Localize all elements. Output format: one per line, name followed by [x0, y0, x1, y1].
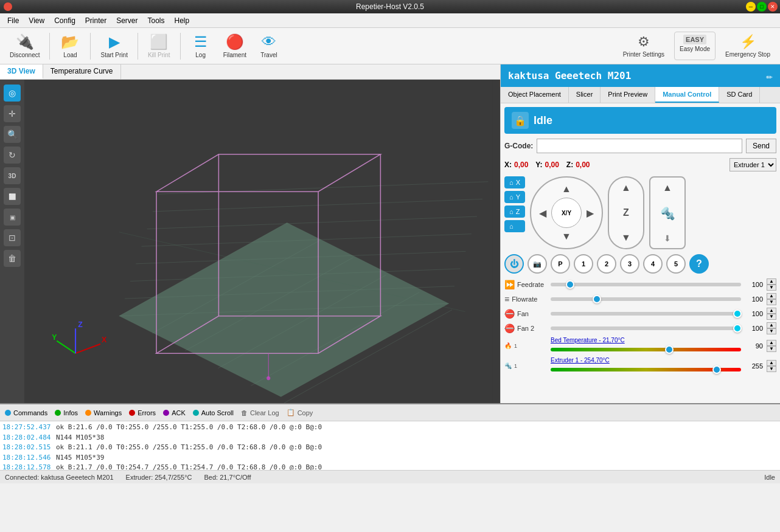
extruder-temp-label[interactable]: Extruder 1 - 254,70°C	[551, 357, 636, 364]
filter-warnings[interactable]: Warnings	[85, 409, 122, 416]
clear-log-icon: 🗑	[241, 409, 248, 416]
bed-temp-down[interactable]: ▼	[767, 346, 776, 352]
flowrate-up[interactable]: ▲	[767, 293, 776, 299]
printer-name: kaktusa Geeetech M201	[508, 70, 631, 81]
xy-right-button[interactable]: ▶	[581, 204, 599, 222]
z-jog-pad[interactable]: ▲ Z ▼	[608, 176, 644, 249]
filter-ack[interactable]: ACK	[163, 409, 186, 416]
camera-button[interactable]: 📷	[528, 254, 547, 274]
edit-printer-icon[interactable]: ✏	[766, 69, 773, 82]
z-up-button[interactable]: ▲	[621, 182, 631, 193]
menu-view[interactable]: View	[24, 15, 49, 26]
extruder-temp-down[interactable]: ▼	[767, 366, 776, 372]
bed-temp-spinner[interactable]: ▲ ▼	[767, 340, 776, 352]
maximize-button[interactable]: □	[757, 2, 767, 12]
home-z-button[interactable]: ⌂ Z	[504, 206, 525, 218]
log-label: Log	[195, 52, 206, 58]
extruder-select[interactable]: Extruder 1 Extruder 2	[730, 158, 776, 171]
fan-spinner[interactable]: ▲ ▼	[767, 308, 776, 320]
feedrate-up[interactable]: ▲	[767, 278, 776, 285]
home-all-button[interactable]: ⌂	[504, 220, 525, 232]
fan2-spinner[interactable]: ▲ ▼	[767, 322, 776, 334]
feedrate-down[interactable]: ▼	[767, 285, 776, 291]
clear-log-button[interactable]: 🗑 Clear Log	[241, 409, 279, 416]
extruder-temp-up[interactable]: ▲	[767, 360, 776, 366]
filter-commands[interactable]: Commands	[5, 409, 47, 416]
scale-btn[interactable]: ⊡	[4, 229, 21, 246]
load-button[interactable]: 📂 Load	[55, 31, 85, 61]
extruder-up-button[interactable]: ▲	[663, 182, 672, 193]
preset-2-button[interactable]: 2	[597, 254, 616, 274]
menu-file[interactable]: File	[2, 15, 24, 26]
copy-log-button[interactable]: 📋 Copy	[287, 409, 313, 416]
xy-up-button[interactable]: ▲	[557, 180, 576, 198]
view-front-btn[interactable]: ▣	[4, 209, 21, 226]
tab-manual-control[interactable]: Manual Control	[655, 87, 719, 103]
home-y-button[interactable]: ⌂ Y	[504, 191, 525, 203]
log-button[interactable]: ☰ Log	[186, 31, 216, 61]
flowrate-down[interactable]: ▼	[767, 299, 776, 305]
power-button[interactable]: ⏻	[504, 254, 524, 274]
xy-jog-pad[interactable]: ▲ ▼ ◀ ▶ X/Y	[530, 176, 603, 249]
filter-infos[interactable]: Infos	[55, 409, 78, 416]
help-button[interactable]: ?	[689, 254, 709, 274]
tab-temperature-curve[interactable]: Temperature Curve	[43, 64, 121, 79]
flowrate-spinner[interactable]: ▲ ▼	[767, 293, 776, 305]
printer-settings-button[interactable]: ⚙ Printer Settings	[618, 32, 669, 60]
statusbar: Connected: kaktusa Geeetech M201 Extrude…	[0, 470, 780, 483]
menu-config[interactable]: Config	[49, 15, 80, 26]
bed-temp-up[interactable]: ▲	[767, 340, 776, 346]
log-icon: ☰	[194, 33, 207, 50]
xy-down-button[interactable]: ▼	[557, 227, 576, 246]
zoom-tool[interactable]: 🔍	[4, 126, 21, 143]
tab-slicer[interactable]: Slicer	[569, 87, 601, 103]
menu-printer[interactable]: Printer	[80, 15, 111, 26]
fan2-up[interactable]: ▲	[767, 322, 776, 328]
bed-temp-label[interactable]: Bed Temperature - 21,70°C	[551, 337, 636, 344]
filter-autoscroll[interactable]: Auto Scroll	[193, 409, 234, 416]
travel-button[interactable]: 👁 Travel	[254, 31, 284, 61]
feedrate-spinner[interactable]: ▲ ▼	[767, 278, 776, 291]
preset-p-button[interactable]: P	[551, 254, 570, 274]
minimize-button[interactable]: ─	[746, 2, 756, 12]
home-x-button[interactable]: ⌂ X	[504, 176, 525, 188]
send-button[interactable]: Send	[746, 139, 776, 153]
preset-5-button[interactable]: 5	[666, 254, 686, 274]
fan-down[interactable]: ▼	[767, 314, 776, 320]
3d-canvas[interactable]: ◎ ✛ 🔍 ↻ 3D ⬜ ▣ ⊡ 🗑	[0, 80, 500, 403]
filter-errors[interactable]: Errors	[129, 409, 156, 416]
menu-help[interactable]: Help	[170, 15, 195, 26]
view-top-btn[interactable]: ⬜	[4, 188, 21, 205]
right-panel: kaktusa Geeetech M201 ✏ Object Placement…	[500, 64, 780, 403]
tab-sd-card[interactable]: SD Card	[719, 87, 760, 103]
disconnect-button[interactable]: 🔌 Disconnect	[5, 31, 44, 61]
select-tool[interactable]: ◎	[4, 85, 21, 102]
preset-1-button[interactable]: 1	[574, 254, 593, 274]
z-down-button[interactable]: ▼	[621, 232, 631, 243]
tab-3d-view[interactable]: 3D View	[0, 64, 43, 79]
extruder-down-button[interactable]: ⬇	[664, 233, 671, 243]
rotate-tool[interactable]: ↻	[4, 147, 21, 164]
start-print-button[interactable]: ▶ Start Print	[96, 31, 132, 61]
fan-up[interactable]: ▲	[767, 308, 776, 314]
kill-print-button[interactable]: ⬜ Kill Print	[143, 31, 175, 61]
close-button[interactable]: ✕	[768, 2, 778, 12]
delete-btn[interactable]: 🗑	[4, 250, 21, 267]
filament-button[interactable]: 🔴 Filament	[218, 31, 251, 61]
move-tool[interactable]: ✛	[4, 105, 21, 122]
menu-server[interactable]: Server	[111, 15, 142, 26]
preset-3-button[interactable]: 3	[620, 254, 639, 274]
emergency-stop-button[interactable]: ⚡ Emergency Stop	[720, 32, 775, 60]
tab-object-placement[interactable]: Object Placement	[501, 87, 569, 103]
fan2-down[interactable]: ▼	[767, 328, 776, 334]
3d-viewport[interactable]: Y X Z	[24, 80, 500, 403]
tab-print-preview[interactable]: Print Preview	[601, 87, 655, 103]
extruder-jog-pad[interactable]: ▲ 🔩 ⬇	[649, 176, 686, 249]
xy-left-button[interactable]: ◀	[534, 204, 552, 222]
preset-4-button[interactable]: 4	[643, 254, 663, 274]
easy-mode-button[interactable]: EASY Easy Mode	[674, 32, 716, 60]
gcode-input[interactable]	[537, 139, 742, 153]
extruder-temp-spinner[interactable]: ▲ ▼	[767, 360, 776, 372]
menu-tools[interactable]: Tools	[143, 15, 170, 26]
view-3d-btn[interactable]: 3D	[4, 167, 21, 184]
